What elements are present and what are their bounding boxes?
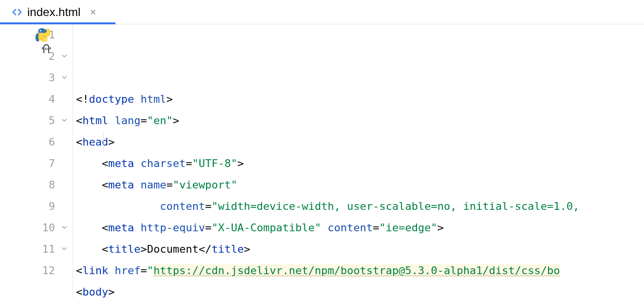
code-line[interactable]: <link href="https://cdn.jsdelivr.net/npm… (76, 260, 644, 281)
token: > (140, 243, 147, 255)
fold-chevron-icon[interactable] (60, 239, 69, 260)
code-area[interactable]: <!doctype html><html lang="en"><head> <m… (73, 24, 644, 298)
code-line[interactable]: <meta name="viewport" (76, 174, 644, 196)
gutter-row[interactable]: 9 (0, 196, 73, 217)
token: > (166, 93, 172, 105)
line-number: 6 (40, 131, 60, 153)
token: "X-UA-Compatible" (211, 222, 327, 234)
fold-chevron-icon[interactable] (60, 46, 69, 67)
token: title (211, 243, 244, 255)
token: < (76, 114, 82, 127)
token: > (108, 136, 114, 148)
token: > (437, 222, 444, 234)
token: html (82, 114, 114, 127)
token: "en" (147, 114, 173, 127)
code-line[interactable]: content="width=device-width, user-scalab… (76, 196, 644, 217)
line-number: 4 (40, 89, 60, 110)
tab-bar: index.html (0, 0, 644, 24)
line-number: 9 (40, 196, 60, 217)
line-number: 3 (40, 67, 60, 89)
token: html (140, 93, 166, 105)
code-line[interactable]: <meta charset="UTF-8"> (76, 153, 644, 174)
gutter-row[interactable]: 10 (0, 217, 73, 239)
line-number: 10 (40, 217, 60, 239)
token: meta (108, 157, 140, 169)
code-line[interactable]: <!doctype html> (76, 89, 644, 110)
code-line[interactable]: <body> (76, 281, 644, 298)
token: body (82, 286, 108, 298)
token: = (186, 157, 192, 169)
token: meta (108, 222, 140, 234)
line-number: 7 (40, 153, 60, 174)
svg-point-3 (44, 38, 46, 40)
code-line[interactable]: <html lang="en"> (76, 110, 644, 131)
token: "ie=edge" (379, 222, 437, 234)
fold-chevron-icon[interactable] (60, 67, 69, 89)
svg-point-2 (39, 30, 41, 31)
token: " (147, 264, 153, 277)
fold-chevron-icon[interactable] (60, 110, 69, 131)
line-number: 5 (40, 110, 60, 131)
gutter-row[interactable]: 8 (0, 174, 73, 196)
token: link (82, 264, 114, 277)
gutter-row[interactable]: 7 (0, 153, 73, 174)
gutter-row[interactable]: 3 (0, 67, 73, 89)
line-number: 2 (40, 46, 60, 67)
python-icon[interactable] (35, 27, 52, 44)
token: = (140, 264, 147, 277)
code-line[interactable]: <title>Document</title> (76, 239, 644, 260)
token: content (160, 200, 205, 212)
gutter-row[interactable]: 5 (0, 110, 73, 131)
code-editor[interactable]: 1 234 56 7 8 9 101112 <!doctype html><ht… (0, 24, 644, 298)
gutter-row[interactable]: 6 (0, 131, 73, 153)
token: <! (76, 93, 89, 105)
token: http-equiv (140, 222, 205, 234)
token: = (205, 200, 211, 212)
token: lang (114, 114, 140, 127)
fold-chevron-icon[interactable] (60, 217, 69, 239)
token: < (102, 179, 108, 191)
token: "UTF-8" (192, 157, 237, 169)
gutter-row[interactable]: 11 (0, 239, 73, 260)
token: doctype (89, 93, 141, 105)
token: content (328, 222, 373, 234)
token: < (76, 264, 82, 277)
token: charset (140, 157, 186, 169)
token: Document (147, 243, 199, 255)
token: < (102, 222, 108, 234)
token: > (244, 243, 250, 255)
line-number: 8 (40, 174, 60, 196)
gutter: 1 234 56 7 8 9 101112 (0, 24, 73, 298)
token: > (173, 114, 179, 127)
token: </ (199, 243, 212, 255)
token: > (108, 286, 114, 298)
token: name (140, 179, 166, 191)
token: < (102, 157, 108, 169)
token: "width=device-width, user-scalable=no, i… (211, 200, 579, 212)
token: < (76, 136, 82, 148)
token: < (102, 243, 108, 255)
tab-filename: index.html (27, 5, 80, 19)
token: = (373, 222, 379, 234)
token: < (76, 286, 82, 298)
token: href (114, 264, 140, 277)
token: head (82, 136, 108, 148)
code-line[interactable]: <meta http-equiv="X-UA-Compatible" conte… (76, 217, 644, 239)
line-number: 12 (40, 260, 60, 281)
token: title (108, 243, 140, 255)
gutter-row[interactable]: 2 (0, 46, 73, 67)
gutter-row[interactable]: 1 (0, 24, 73, 46)
code-line[interactable]: <head> (76, 131, 644, 153)
indent-guide (103, 131, 104, 153)
gutter-row[interactable]: 12 (0, 260, 73, 281)
token: = (140, 114, 147, 127)
token: meta (108, 179, 140, 191)
gutter-row[interactable]: 4 (0, 89, 73, 110)
token: = (205, 222, 211, 234)
token: = (166, 179, 172, 191)
line-number: 11 (40, 239, 60, 260)
token: > (237, 157, 244, 169)
token: "viewport" (173, 179, 237, 191)
close-icon[interactable] (89, 8, 97, 16)
tab-index-html[interactable]: index.html (0, 0, 106, 24)
